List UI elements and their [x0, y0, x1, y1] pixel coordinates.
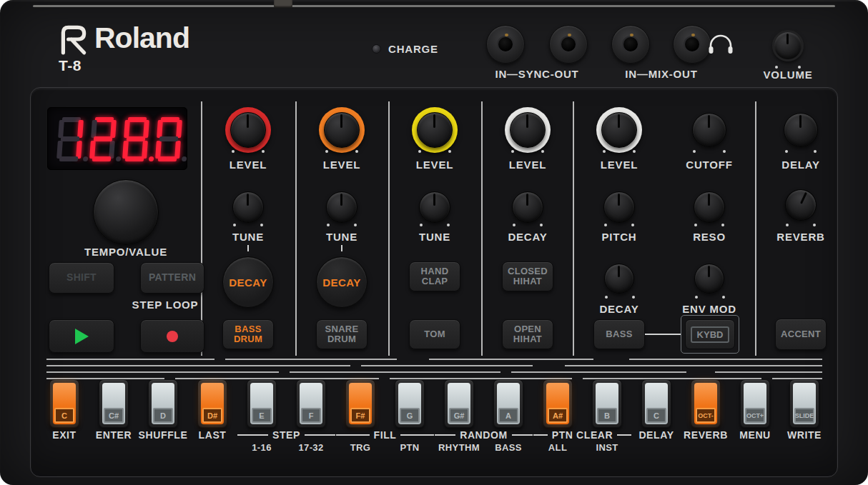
decay-knob-snare-drum[interactable]: DECAY: [316, 256, 368, 308]
level-label: LEVEL: [509, 159, 546, 171]
top-edge-highlight: [33, 5, 835, 7]
level-knob-bass[interactable]: [601, 112, 637, 148]
step-key-c[interactable]: C: [641, 379, 671, 428]
key-note-label: C#: [104, 408, 124, 423]
knob-dot: [633, 150, 636, 153]
step-key-slide[interactable]: SLIDE: [789, 379, 819, 428]
key-note-label: B: [597, 408, 617, 423]
section-divider: [573, 101, 574, 356]
shift-button[interactable]: SHIFT: [49, 262, 114, 294]
closed-hihat-button[interactable]: CLOSED HIHAT: [502, 261, 553, 291]
key-group-label-random: RANDOM: [435, 429, 533, 441]
knob-dot: [418, 150, 421, 153]
charge-label: CHARGE: [388, 43, 438, 55]
knob-dot: [511, 150, 514, 153]
pattern-button[interactable]: PATTERN: [140, 262, 204, 294]
step-key-b[interactable]: B: [592, 379, 622, 428]
step-key-oct+[interactable]: OCT+: [740, 379, 770, 428]
step-key-d[interactable]: D: [148, 379, 178, 428]
level-knob-snare-drum[interactable]: [324, 112, 360, 148]
key-group-label-ptn-clear: PTN CLEAR: [533, 429, 631, 441]
key-lit-face: C: [645, 383, 668, 424]
decay-knob-hihat[interactable]: [512, 191, 543, 223]
step-key-a[interactable]: A: [493, 379, 523, 428]
pitch-knob[interactable]: [603, 191, 635, 223]
open-hihat-button[interactable]: OPEN HIHAT: [502, 319, 553, 349]
step-key-gs[interactable]: G#: [444, 379, 474, 428]
center-detent-tick: [341, 245, 342, 251]
step-key-as[interactable]: A#: [543, 379, 573, 428]
knob-dot: [605, 296, 608, 299]
knob-dot: [327, 224, 330, 226]
display-digit: [155, 117, 182, 161]
reso-knob[interactable]: [694, 191, 725, 223]
key-lit-face: OCT-: [694, 383, 717, 424]
env-mod-knob[interactable]: [694, 264, 724, 294]
level-knob-hihat[interactable]: [510, 112, 546, 148]
kybd-button[interactable]: KYBD: [685, 319, 735, 349]
level-knob-tom[interactable]: [417, 112, 453, 148]
section-divider: [295, 101, 297, 356]
tune-knob-bass-drum[interactable]: [232, 191, 264, 223]
step-key-ds[interactable]: D#: [197, 379, 227, 428]
decay-knob-bass[interactable]: [604, 264, 634, 294]
tune-knob-snare-drum[interactable]: [326, 191, 357, 223]
play-button[interactable]: [49, 319, 114, 353]
level-knob-bass-drum[interactable]: [230, 112, 266, 148]
kybd-frame: KYBD: [681, 315, 739, 354]
key-group-label-fill: FILL: [336, 429, 434, 441]
key-function-label: REVERB: [684, 429, 728, 441]
decay-knob-bass-drum[interactable]: DECAY: [222, 256, 274, 308]
key-lit-face: OCT+: [744, 383, 766, 424]
tempo-value-knob[interactable]: [93, 179, 159, 245]
step-key-c[interactable]: C: [49, 379, 79, 428]
play-triangle-icon: [75, 329, 89, 344]
step-key-cs[interactable]: C#: [99, 379, 129, 428]
mix-out-jack: [673, 25, 711, 64]
step-key-oct-[interactable]: OCT-: [691, 379, 721, 428]
hand-clap-button[interactable]: HAND CLAP: [409, 261, 460, 291]
record-button[interactable]: [140, 319, 204, 353]
bass-button[interactable]: BASS: [593, 319, 645, 349]
brand-name: Roland: [94, 21, 189, 55]
pitch-label: PITCH: [602, 231, 637, 243]
snare-drum-button[interactable]: SNARE DRUM: [316, 319, 368, 349]
level-label: LEVEL: [601, 159, 638, 171]
level-label: LEVEL: [230, 159, 267, 171]
roland-t8-device: Roland T-8 CHARGE IN—SYNC-OUT IN—MIX-OUT…: [0, 0, 868, 485]
roland-logo-icon: [57, 23, 90, 56]
display-digit: [89, 117, 117, 161]
step-key-g[interactable]: G: [395, 379, 425, 428]
step-key-fs[interactable]: F#: [345, 379, 375, 428]
accent-button[interactable]: ACCENT: [775, 319, 827, 350]
knob-dot: [447, 224, 450, 226]
key-note-label: C: [54, 408, 74, 423]
knob-dot: [540, 224, 543, 226]
cutoff-label: CUTOFF: [686, 159, 732, 171]
knob-dot: [541, 150, 544, 153]
delay-knob[interactable]: [784, 113, 818, 147]
key-sub-label: TRG: [350, 442, 371, 453]
mix-in-jack: [611, 25, 650, 64]
step-key-e[interactable]: E: [247, 379, 277, 428]
section-divider: [481, 101, 483, 356]
knob-dot: [695, 296, 698, 299]
key-note-label: OCT+: [745, 408, 765, 423]
step-key-f[interactable]: F: [296, 379, 326, 428]
bass-drum-button[interactable]: BASS DRUM: [222, 319, 274, 349]
tune-knob-tom[interactable]: [419, 191, 450, 223]
key-lit-face: D#: [201, 383, 224, 424]
knob-dot: [721, 224, 724, 226]
knob-dot: [604, 224, 607, 226]
tom-button[interactable]: TOM: [409, 319, 460, 349]
key-sub-label: ALL: [548, 442, 567, 453]
tempo-value-label: TEMPO/VALUE: [84, 246, 167, 258]
key-note-label: G#: [449, 408, 469, 423]
delay-label: DELAY: [781, 159, 819, 171]
cutoff-knob[interactable]: [692, 113, 726, 147]
key-function-label: WRITE: [787, 429, 822, 441]
section-divider: [755, 101, 756, 356]
knob-dot: [814, 150, 817, 153]
volume-knob[interactable]: [772, 30, 804, 61]
knob-dot: [262, 150, 265, 153]
